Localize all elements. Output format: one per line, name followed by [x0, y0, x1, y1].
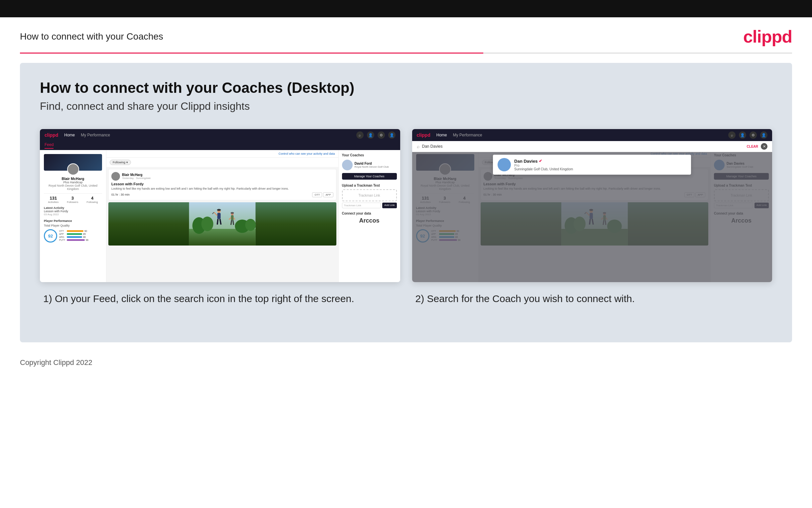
feed-label[interactable]: Feed	[45, 142, 53, 149]
settings-icon-2[interactable]: ⚙	[750, 131, 757, 139]
arccos-logo: Arccos	[342, 217, 397, 224]
activity-date: 03 Aug 2022	[44, 213, 102, 216]
profile-handicap: Plus Handicap	[44, 181, 102, 184]
nav-icons-2: ⌕ 👤 ⚙ 👤	[728, 131, 767, 139]
svg-point-7	[217, 209, 221, 211]
following-count: 4	[87, 196, 98, 201]
settings-icon[interactable]: ⚙	[378, 131, 385, 139]
top-bar	[0, 0, 812, 17]
result-info: Dan Davies ✔ Pro Sunningdale Golf Club, …	[514, 159, 573, 171]
stat-following: 4 Following	[87, 196, 98, 204]
performance-title: Player Performance	[44, 219, 102, 222]
coach-name-card: Blair McHarg	[122, 173, 151, 177]
search-overlay: ⌕ Dan Davies CLEAR ✕ Dan Davies	[412, 141, 772, 282]
activity-name: Lesson with Fordy	[44, 210, 102, 213]
svg-point-3	[201, 217, 213, 231]
header-divider	[20, 52, 792, 53]
svg-line-19	[233, 220, 234, 225]
link-input-placeholder: Trackman Link	[344, 204, 361, 207]
result-avatar	[497, 158, 511, 171]
main-subtitle: Find, connect and share your Clippd insi…	[40, 100, 772, 113]
coaches-panel-1: Your Coaches David Ford Royal North Devo…	[339, 150, 400, 282]
user-icon[interactable]: 👤	[388, 131, 395, 139]
search-icon-2[interactable]: ⌕	[728, 131, 735, 139]
profile-icon[interactable]: 👤	[367, 131, 374, 139]
feed-tab: Feed	[40, 141, 400, 150]
bar-putt: PUTT 96	[59, 239, 102, 241]
mock-logo-2: clippd	[417, 132, 430, 138]
mock-nav-1: clippd Home My Performance ⌕ 👤 ⚙ 👤	[40, 129, 400, 141]
off-button[interactable]: OTT	[312, 192, 322, 197]
screenshots-row: clippd Home My Performance ⌕ 👤 ⚙ 👤	[40, 129, 772, 309]
coach-avatar-david	[342, 160, 353, 170]
search-results-area: Dan Davies ✔ Pro Sunningdale Golf Club, …	[412, 152, 772, 175]
app-button[interactable]: APP	[323, 192, 333, 197]
svg-point-14	[231, 212, 234, 214]
lesson-time: Yesterday · Sunningdale	[122, 177, 151, 180]
svg-rect-8	[218, 213, 221, 219]
page-title: How to connect with your Coaches	[20, 31, 163, 42]
add-link-row: Trackman Link Add Link	[342, 203, 397, 208]
profile-name: Blair McHarg	[44, 177, 102, 181]
profile-club: Royal North Devon Golf Club, United King…	[44, 184, 102, 190]
mock-app-2: clippd Home My Performance ⌕ 👤 ⚙ 👤	[412, 129, 772, 282]
bar-arg: ARG 86	[59, 236, 102, 238]
manage-coaches-button[interactable]: Manage Your Coaches	[342, 173, 397, 180]
search-close-button[interactable]: ✕	[761, 143, 767, 150]
quality-row: 92 OTT 90 APP	[44, 229, 102, 243]
search-bar: ⌕ Dan Davies CLEAR ✕	[412, 141, 772, 152]
search-clear-button[interactable]: CLEAR	[747, 145, 758, 149]
profile-avatar	[67, 163, 79, 175]
screenshot-1: clippd Home My Performance ⌕ 👤 ⚙ 👤	[40, 129, 400, 282]
mock-body-1: Blair McHarg Plus Handicap Royal North D…	[40, 150, 400, 282]
following-button[interactable]: Following ▾	[110, 160, 131, 165]
panel-1: clippd Home My Performance ⌕ 👤 ⚙ 👤	[40, 129, 400, 309]
nav-icons: ⌕ 👤 ⚙ 👤	[356, 131, 395, 139]
coaches-title: Your Coaches	[342, 153, 397, 157]
control-bar[interactable]: Control who can see your activity and da…	[106, 150, 338, 158]
activities-label: Activities	[48, 201, 59, 204]
coach-name-david: David Ford	[355, 162, 389, 165]
bar-ott: OTT 90	[59, 230, 102, 232]
svg-line-11	[218, 219, 218, 224]
panel-2: clippd Home My Performance ⌕ 👤 ⚙ 👤	[412, 129, 772, 309]
svg-line-18	[231, 220, 232, 225]
mock-nav-performance: My Performance	[81, 133, 110, 137]
profile-panel: Blair McHarg Plus Handicap Royal North D…	[40, 150, 106, 282]
step-1-desc: 1) On your Feed, click on the search ico…	[40, 282, 400, 309]
search-magnifier-icon: ⌕	[417, 144, 420, 149]
stat-followers: 3 Followers	[67, 196, 78, 204]
mock-logo: clippd	[45, 132, 58, 138]
lesson-card-header: Blair McHarg Yesterday · Sunningdale	[111, 172, 333, 181]
user-icon-2[interactable]: 👤	[760, 131, 767, 139]
player-score: 92	[44, 229, 57, 243]
copyright-text: Copyright Clippd 2022	[20, 358, 92, 367]
mock-nav-2: clippd Home My Performance ⌕ 👤 ⚙ 👤	[412, 129, 772, 141]
step-2-desc: 2) Search for the Coach you wish to conn…	[412, 282, 772, 309]
search-icon[interactable]: ⌕	[356, 131, 364, 139]
search-result-item[interactable]: Dan Davies ✔ Pro Sunningdale Golf Club, …	[493, 155, 691, 175]
lesson-desc: Looking to feel like my hands are exitin…	[111, 187, 333, 191]
followers-label: Followers	[67, 201, 78, 204]
mock-nav-home-2: Home	[436, 133, 447, 137]
profile-banner	[44, 154, 102, 171]
trackman-box: Trackman Link	[342, 189, 397, 201]
main-title: How to connect with your Coaches (Deskto…	[40, 80, 772, 96]
coach-card-1: David Ford Royal North Devon Golf Club	[342, 160, 397, 170]
footer: Copyright Clippd 2022	[0, 352, 812, 374]
lesson-title: Lesson with Fordy	[111, 182, 333, 186]
search-input[interactable]: Dan Davies	[422, 144, 744, 149]
mock-app-1: clippd Home My Performance ⌕ 👤 ⚙ 👤	[40, 129, 400, 282]
stats-row: 131 Activities 3 Followers 4 Following	[44, 193, 102, 204]
golf-photo	[108, 202, 336, 246]
bar-app: APP 85	[59, 233, 102, 235]
profile-icon-2[interactable]: 👤	[739, 131, 746, 139]
verified-icon: ✔	[539, 159, 542, 163]
svg-rect-15	[231, 215, 234, 220]
result-club: Sunningdale Golf Club, United Kingdom	[514, 167, 573, 171]
trackman-link-input[interactable]: Trackman Link	[342, 203, 381, 208]
add-link-button[interactable]: Add Link	[382, 203, 396, 208]
activities-count: 131	[48, 196, 59, 201]
following-row: Following ▾	[106, 158, 338, 167]
mock-nav-home: Home	[64, 133, 75, 137]
